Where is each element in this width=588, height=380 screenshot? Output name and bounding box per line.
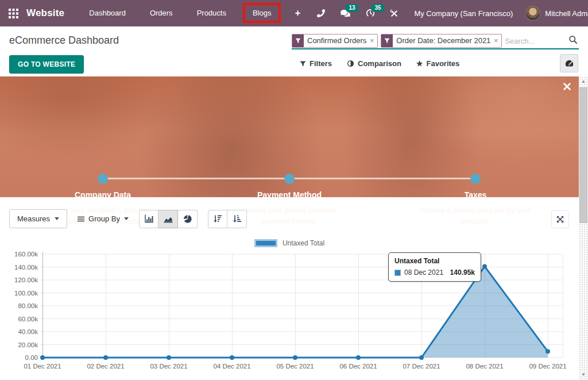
bars-icon — [78, 216, 84, 222]
sort-asc-icon — [233, 214, 242, 223]
banner-close-icon[interactable] — [563, 82, 571, 93]
user-menu[interactable]: Mitchell Admin — [523, 6, 588, 21]
nav-item-dashboard[interactable]: Dashboard — [77, 0, 138, 26]
x-axis-tick-labels: 01 Dec 202102 Dec 202103 Dec 202104 Dec … — [24, 363, 566, 370]
facet-order-date[interactable]: Order Date: December 2021 × — [381, 34, 502, 48]
tooltip-series-swatch — [394, 270, 401, 276]
sort-ascending-button[interactable] — [227, 210, 247, 228]
fullscreen-button[interactable] — [551, 210, 569, 228]
comparison-menu[interactable]: Comparison — [347, 59, 401, 68]
step-description: Choose a default sales tax for your prod… — [411, 205, 540, 228]
step-title: Payment Method — [218, 190, 361, 199]
tooltip-row: 08 Dec 2021 140.95k — [394, 268, 475, 277]
measures-button[interactable]: Measures — [9, 209, 67, 228]
scroll-up-icon[interactable]: ▲ — [579, 78, 588, 86]
step-dot-payment-method[interactable] — [284, 174, 295, 184]
pie-chart-button[interactable] — [178, 210, 198, 228]
onboarding-banner: Company Data Set your company's data for… — [0, 76, 579, 197]
phone-glyph — [317, 9, 325, 17]
line-chart-button[interactable] — [158, 210, 178, 228]
step-title: Taxes — [404, 190, 547, 199]
svg-text:40.00k: 40.00k — [18, 328, 38, 335]
search-bar: Confirmed Orders × Order Date: December … — [292, 33, 579, 49]
chevron-down-icon — [124, 217, 129, 220]
step-title: Company Data — [31, 190, 175, 199]
step-dot-company-data[interactable] — [98, 174, 108, 184]
top-navbar: Website Dashboard Orders Products Blogs … — [0, 0, 588, 26]
chart-tooltip: Untaxed Total 08 Dec 2021 140.95k — [388, 252, 481, 282]
group-by-label: Group By — [88, 214, 120, 223]
svg-text:01 Dec 2021: 01 Dec 2021 — [24, 363, 61, 370]
expand-arrows-icon — [556, 215, 564, 224]
avatar — [525, 6, 540, 21]
svg-text:07 Dec 2021: 07 Dec 2021 — [403, 363, 440, 370]
search-input[interactable] — [505, 34, 567, 47]
grid-icon — [9, 9, 18, 18]
vertical-scrollbar[interactable]: ▲ ▼ — [579, 76, 588, 380]
scroll-down-icon[interactable]: ▼ — [579, 371, 588, 379]
measures-label: Measures — [17, 214, 50, 223]
facet-confirmed-orders[interactable]: Confirmed Orders × — [292, 34, 378, 48]
y-axis-tick-labels: 160.00k140.00k120.00k100.00k80.00k60.00k… — [14, 251, 38, 361]
tooltip-date: 08 Dec 2021 — [404, 268, 443, 277]
chevron-down-icon — [55, 217, 59, 220]
messages-icon[interactable]: 13 — [332, 0, 358, 26]
odoo-website-dashboard: Website Dashboard Orders Products Blogs … — [0, 0, 588, 380]
sort-desc-icon — [213, 214, 222, 223]
nav-item-orders[interactable]: Orders — [138, 0, 185, 26]
group-by-button[interactable]: Group By — [78, 214, 129, 223]
filter-facet-icon — [292, 34, 304, 47]
svg-text:04 Dec 2021: 04 Dec 2021 — [213, 363, 250, 370]
tools-icon[interactable] — [382, 0, 406, 26]
filters-menu[interactable]: Filters — [300, 59, 332, 68]
tooltip-value: 140.95k — [450, 268, 475, 277]
favorites-menu[interactable]: ★ Favorites — [416, 59, 459, 68]
favorites-label: Favorites — [427, 59, 460, 68]
dashboard-view-button[interactable] — [560, 54, 578, 72]
comparison-label: Comparison — [358, 59, 401, 68]
go-to-website-button[interactable]: GO TO WEBSITE — [9, 55, 84, 74]
tachometer-icon — [564, 59, 574, 68]
nav-item-products[interactable]: Products — [185, 0, 238, 26]
svg-text:09 Dec 2021: 09 Dec 2021 — [529, 363, 566, 370]
svg-text:0.00: 0.00 — [25, 354, 38, 361]
svg-text:60.00k: 60.00k — [18, 316, 38, 323]
scrollbar-thumb[interactable] — [579, 87, 587, 223]
graph-toolbar: Measures Group By — [9, 209, 247, 228]
app-brand[interactable]: Website — [26, 7, 64, 19]
wrench-glyph — [390, 9, 399, 18]
page-title: eCommerce Dashboard — [9, 34, 119, 47]
search-menus: Filters Comparison ★ Favorites — [300, 59, 459, 68]
svg-text:02 Dec 2021: 02 Dec 2021 — [87, 363, 124, 370]
nav-new-content-button[interactable]: + — [285, 7, 310, 19]
sort-group — [208, 210, 247, 228]
navbar-right: 13 35 My Company (San Francisco) — [310, 0, 588, 26]
navbar-left: Website Dashboard Orders Products Blogs … — [0, 0, 310, 26]
facet-remove-icon[interactable]: × — [370, 34, 377, 47]
filters-label: Filters — [310, 59, 332, 68]
control-panel: eCommerce Dashboard GO TO WEBSITE Confir… — [0, 26, 579, 76]
area-chart[interactable]: 160.00k140.00k120.00k100.00k80.00k60.00k… — [0, 231, 579, 380]
bar-chart-button[interactable] — [139, 210, 158, 228]
adjust-icon — [347, 60, 354, 67]
facet-remove-icon[interactable]: × — [494, 34, 501, 47]
step-dot-taxes[interactable] — [470, 174, 481, 184]
nav-item-blogs-container: Blogs — [243, 0, 281, 26]
phone-icon[interactable] — [310, 0, 332, 26]
svg-text:06 Dec 2021: 06 Dec 2021 — [339, 363, 377, 370]
activities-icon[interactable]: 35 — [358, 0, 382, 26]
area-chart-icon — [163, 214, 173, 223]
svg-text:160.00k: 160.00k — [14, 251, 38, 258]
svg-text:05 Dec 2021: 05 Dec 2021 — [276, 363, 314, 370]
sort-descending-button[interactable] — [208, 210, 227, 228]
apps-menu-icon[interactable] — [0, 9, 26, 18]
search-icon[interactable] — [567, 35, 579, 47]
svg-text:140.00k: 140.00k — [14, 264, 38, 271]
bar-chart-icon — [144, 214, 154, 223]
user-name: Mitchell Admin — [545, 9, 588, 18]
facet-label: Order Date: December 2021 — [393, 34, 494, 47]
facet-label: Confirmed Orders — [304, 34, 370, 47]
company-switcher[interactable]: My Company (San Francisco) — [406, 9, 523, 18]
nav-item-blogs[interactable]: Blogs — [243, 3, 281, 23]
messages-badge: 13 — [345, 4, 358, 12]
